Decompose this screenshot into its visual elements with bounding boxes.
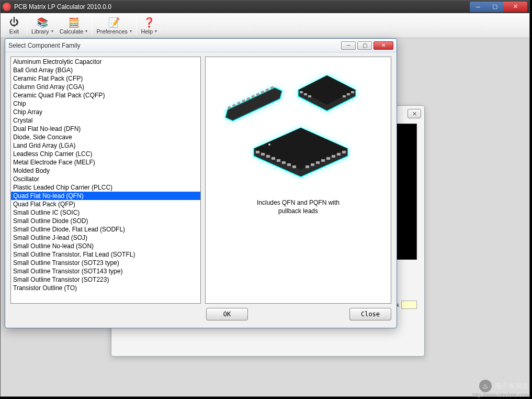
list-item[interactable]: Small Outline Diode (SOD) xyxy=(11,217,200,225)
svg-rect-29 xyxy=(292,165,296,168)
chevron-down-icon: ▾ xyxy=(130,29,132,34)
separator xyxy=(27,16,27,35)
svg-rect-27 xyxy=(282,161,286,164)
svg-rect-16 xyxy=(351,91,354,93)
list-item[interactable]: Oscillator xyxy=(11,175,200,183)
library-button[interactable]: 📚 Library▾ xyxy=(28,16,56,36)
svg-rect-35 xyxy=(316,161,320,164)
dialog-title: Select Component Family xyxy=(8,42,80,49)
chevron-down-icon: ▾ xyxy=(85,29,87,34)
dialog-minimize-button[interactable]: ─ xyxy=(341,41,356,50)
list-item[interactable]: Column Grid Array (CGA) xyxy=(11,83,200,91)
preferences-icon: 📝 xyxy=(108,17,120,28)
list-item[interactable]: Quad Flat No-lead (QFN) xyxy=(11,192,200,200)
svg-rect-15 xyxy=(308,95,311,97)
list-item[interactable]: Quad Flat Pack (QFP) xyxy=(11,200,200,208)
list-item[interactable]: Ceramic Quad Flat Pack (CQFP) xyxy=(11,91,200,99)
close-button[interactable]: ✕ xyxy=(503,2,527,12)
exit-button[interactable]: ⏻ Exit xyxy=(3,16,26,36)
list-item[interactable]: Plastic Leaded Chip Carrier (PLCC) xyxy=(11,183,200,192)
svg-marker-20 xyxy=(254,128,348,170)
list-item[interactable]: Small Outline Transistor, Flat Lead (SOT… xyxy=(11,250,200,259)
svg-rect-23 xyxy=(261,153,265,156)
svg-rect-14 xyxy=(304,93,307,95)
app-icon xyxy=(3,3,11,11)
toolbar-label: Library xyxy=(31,28,49,35)
calculate-button[interactable]: 🧮 Calculate▾ xyxy=(56,16,91,36)
list-item[interactable]: Land Grid Array (LGA) xyxy=(11,141,200,150)
svg-marker-0 xyxy=(223,85,285,123)
preview-pane: Includes QFN and PQFN with pullback lead… xyxy=(205,57,391,304)
list-item[interactable]: Crystal xyxy=(11,116,200,125)
list-item[interactable]: Small Outline Transistor (SOT143 type) xyxy=(11,267,200,275)
svg-rect-25 xyxy=(271,157,275,160)
toolbar: ⏻ Exit 📚 Library▾ 🧮 Calculate▾ 📝 Prefere… xyxy=(1,13,529,38)
panel-close-button[interactable]: ✕ xyxy=(408,109,421,118)
svg-rect-22 xyxy=(256,151,259,153)
svg-rect-33 xyxy=(326,157,330,160)
list-item[interactable]: Dual Flat No-lead (DFN) xyxy=(11,125,200,133)
watermark: ♨电子发烧友 http://www.elecfans.com xyxy=(472,380,529,398)
svg-rect-28 xyxy=(287,163,291,166)
component-family-listbox[interactable]: Aluminum Electrolytic CapacitorBall Grid… xyxy=(10,57,201,304)
component-preview-image xyxy=(222,68,374,188)
list-item[interactable]: Small Outline Diode, Flat Lead (SODFL) xyxy=(11,225,200,234)
close-button[interactable]: Close xyxy=(349,308,391,320)
help-icon: ❓ xyxy=(143,17,155,28)
list-item[interactable]: Small Outline No-lead (SON) xyxy=(11,242,200,250)
separator xyxy=(92,16,92,35)
main-window: PCB Matrix LP Calculator 2010.0.0 ─ ▢ ✕ … xyxy=(0,0,530,397)
svg-rect-31 xyxy=(337,153,341,156)
svg-rect-30 xyxy=(342,151,346,153)
list-item[interactable]: Ball Grid Array (BGA) xyxy=(11,66,200,74)
help-button[interactable]: ❓ Help▾ xyxy=(138,16,161,36)
preferences-button[interactable]: 📝 Preferences▾ xyxy=(93,16,134,36)
svg-rect-32 xyxy=(332,155,335,158)
list-item[interactable]: Chip xyxy=(11,99,200,108)
list-item[interactable]: Ceramic Flat Pack (CFP) xyxy=(11,74,200,83)
svg-point-21 xyxy=(268,143,270,146)
maximize-button[interactable]: ▢ xyxy=(486,2,503,12)
dialog-maximize-button[interactable]: ▢ xyxy=(357,41,372,50)
select-component-family-dialog: Select Component Family ─ ▢ ✕ Aluminum E… xyxy=(5,38,397,328)
svg-rect-13 xyxy=(300,91,303,93)
list-item[interactable]: Small Outline Transistor (SOT223) xyxy=(11,275,200,284)
svg-rect-26 xyxy=(277,159,280,162)
list-item[interactable]: Chip Array xyxy=(11,108,200,116)
svg-rect-34 xyxy=(321,159,325,162)
power-icon: ⏻ xyxy=(8,17,20,28)
chevron-down-icon: ▾ xyxy=(155,29,157,34)
main-titlebar[interactable]: PCB Matrix LP Calculator 2010.0.0 ─ ▢ ✕ xyxy=(1,1,529,13)
toolbar-label: Exit xyxy=(9,28,19,35)
app-title: PCB Matrix LP Calculator 2010.0.0 xyxy=(14,3,111,10)
separator xyxy=(136,16,137,35)
list-item[interactable]: Aluminum Electrolytic Capacitor xyxy=(11,58,200,66)
list-item[interactable]: Small Outline Transistor (SOT23 type) xyxy=(11,259,200,267)
flame-icon: ♨ xyxy=(479,380,492,392)
list-item[interactable]: Transistor Outline (TO) xyxy=(11,284,200,292)
svg-rect-24 xyxy=(266,155,270,158)
dialog-close-button[interactable]: ✕ xyxy=(373,41,393,50)
dialog-titlebar[interactable]: Select Component Family ─ ▢ ✕ xyxy=(5,39,397,52)
list-item[interactable]: Small Outline J-lead (SOJ) xyxy=(11,234,200,242)
toolbar-label: Preferences xyxy=(96,28,127,35)
ok-button[interactable]: OK xyxy=(206,308,248,320)
list-item[interactable]: Metal Electrode Face (MELF) xyxy=(11,158,200,167)
list-item[interactable]: Small Outline IC (SOIC) xyxy=(11,208,200,217)
toolbar-label: Help xyxy=(141,28,153,35)
books-icon: 📚 xyxy=(37,17,48,28)
svg-rect-17 xyxy=(347,93,350,95)
mask-swatch[interactable] xyxy=(401,301,417,309)
component-description: Includes QFN and PQFN with pullback lead… xyxy=(257,198,339,215)
list-item[interactable]: Diode, Side Concave xyxy=(11,133,200,141)
list-item[interactable]: Leadless Chip Carrier (LCC) xyxy=(11,150,200,158)
svg-rect-36 xyxy=(311,163,314,166)
chevron-down-icon: ▾ xyxy=(51,29,53,34)
svg-rect-37 xyxy=(305,165,309,168)
list-item[interactable]: Molded Body xyxy=(11,167,200,175)
calculator-icon: 🧮 xyxy=(68,17,80,28)
toolbar-label: Calculate xyxy=(60,28,84,35)
minimize-button[interactable]: ─ xyxy=(470,2,486,12)
svg-rect-18 xyxy=(343,95,346,97)
